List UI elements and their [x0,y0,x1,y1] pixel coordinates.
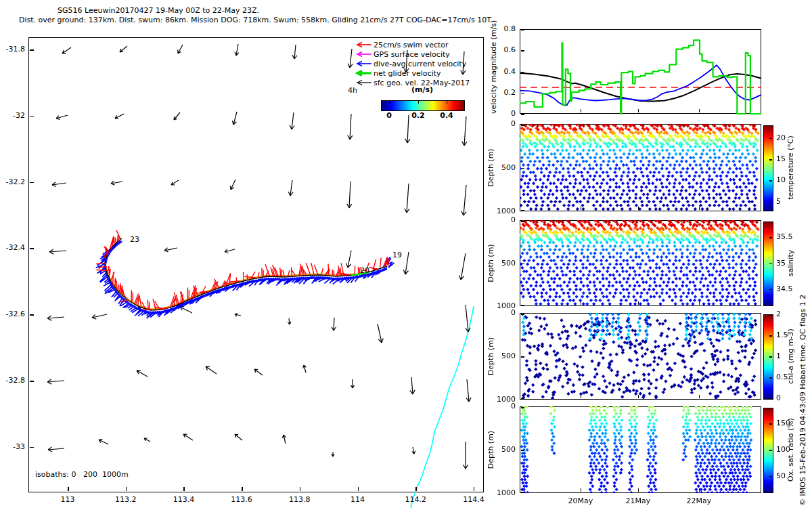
map-y-tick-label: -32 [0,111,25,120]
colorbar-tick-label: 20 [776,133,786,142]
date-tick-mark [699,301,700,305]
depth-tick-mark [521,168,524,169]
depth-panel-plot-chl [520,313,761,400]
map-y-tick-mark [30,116,34,117]
date-tick-mark [581,301,582,305]
date-tick-label: 22May [679,496,719,505]
map-x-tick-mark [126,487,127,491]
map-y-tick-label: -32.2 [0,177,25,186]
map-y-tick-label: -32.8 [0,376,25,385]
legend-item-label: dive-avg current velocity [374,60,466,68]
map-y-tick-mark [30,447,34,448]
colorbar-tick-mark [769,180,772,182]
depth-tick-mark [521,263,524,265]
depth-tick-mark [521,125,524,126]
date-tick-label: 21May [618,496,658,505]
depth-tick-label: 0 [493,402,516,410]
colorbar-tick-label: 15 [776,154,786,163]
map-title-line1: SG516 Leeuwin20170427 19-May 00Z to 22-M… [58,6,259,15]
colorbar-tick-mark [769,263,772,265]
legend-item: net glider velocity [353,68,470,78]
map-x-tick-label: 114.4 [457,495,491,504]
velocity-y-tick-label: 0.2 [498,88,516,97]
legend-arrow-icon [353,41,374,49]
depth-axis-label: Depth (m) [487,220,495,306]
colorbar-tick-label: 35 [776,259,786,268]
track-label: 20 [360,266,369,275]
colorbar-tick-mark [769,356,772,358]
legend-colorbar-tick-label: 0 [379,111,399,120]
colorbar-axis-label: salinity [786,220,795,306]
track-label: 23 [130,235,139,244]
legend-arrow-icon [353,60,374,68]
depth-tick-mark [521,407,524,408]
depth-tick-label: 500 [493,163,516,172]
date-tick-mark [699,207,700,210]
colorbar-tick-mark [769,335,772,337]
velocity-y-tick-mark [521,93,524,94]
date-tick-mark [699,395,700,398]
date-tick-label: 20May [560,496,601,505]
colorbar-axis-label: chl-a (mg m-3) [786,313,795,400]
velocity-y-tick-mark [521,72,524,73]
depth-tick-mark [521,356,524,358]
map-y-tick-mark [30,182,34,184]
map-y-tick-label: -31.8 [0,45,25,54]
velocity-date-tick-mark [699,109,700,112]
attribution-text: © IMOS 15-Feb-2019 04:43:09 Hobart time.… [798,295,807,506]
colorbar-axis-label: Ox. sat. ratio (%) [786,406,795,493]
depth-tick-mark [521,492,524,493]
map-y-tick-mark [30,314,34,316]
depth-panel-plot-temperature [520,124,761,211]
figure-root: SG516 Leeuwin20170427 19-May 00Z to 22-M… [0,0,812,508]
legend-arrow-icon [353,50,374,58]
depth-tick-label: 0 [493,308,516,317]
colorbar-tick-mark [769,138,772,140]
legend-colorbar-tick-label: 0.2 [408,111,428,120]
depth-tick-label: 1000 [493,207,516,215]
colorbar-tick-label: 2 [776,310,781,318]
map-y-tick-label: -32.6 [0,310,25,318]
depth-axis-label: Depth (m) [487,313,495,400]
colorbar-tick-mark [769,159,772,161]
velocity-y-axis-label: velocity magnitude (m/s) [489,29,498,114]
colorbar-tick-label: 1 [776,352,781,360]
colorbar-tick-label: 50 [776,471,786,480]
depth-tick-mark [521,398,524,400]
legend-colorbar-title: (m/s) [381,85,464,94]
map-y-tick-mark [30,248,34,249]
map-y-tick-mark [30,49,34,51]
depth-panel-plot-oxygen [520,406,761,493]
colorbar-tick-label: 0 [776,394,781,402]
map-x-tick-mark [415,487,417,491]
map-y-tick-mark [30,381,34,382]
date-tick-mark [581,207,582,210]
map-x-tick-label: 114 [341,495,375,504]
colorbar-tick-mark [769,450,772,451]
date-tick-mark [581,488,582,492]
map-x-tick-mark [474,487,475,491]
map-x-tick-mark [183,487,185,491]
depth-tick-label: 0 [493,215,516,224]
depth-panel-plot-salinity [520,220,761,306]
velocity-plot [520,29,761,114]
legend-item-label: 25cm/s swim vector [374,41,449,49]
colorbar-tick-label: 10 [776,175,786,184]
map-x-tick-label: 113.4 [166,495,200,504]
velocity-y-tick-label: 0.4 [498,67,516,76]
colorbar-tick-mark [769,314,772,316]
legend-colorbar-tick-mark [418,101,420,104]
depth-tick-mark [521,450,524,451]
depth-tick-label: 500 [493,352,516,360]
map-legend: 25cm/s swim vectorGPS surface velocitydi… [353,40,470,87]
velocity-y-tick-label: 0.6 [498,45,516,54]
depth-tick-label: 0 [493,119,516,128]
velocity-y-tick-mark [521,29,524,30]
date-tick-mark [638,395,639,398]
velocity-y-tick-label: 0 [498,109,516,118]
legend-arrow-icon [353,69,374,77]
legend-item-label: GPS surface velocity [374,50,450,59]
depth-tick-mark [521,210,524,211]
legend-colorbar-tick-mark [389,101,390,104]
colorbar-tick-mark [769,289,772,291]
